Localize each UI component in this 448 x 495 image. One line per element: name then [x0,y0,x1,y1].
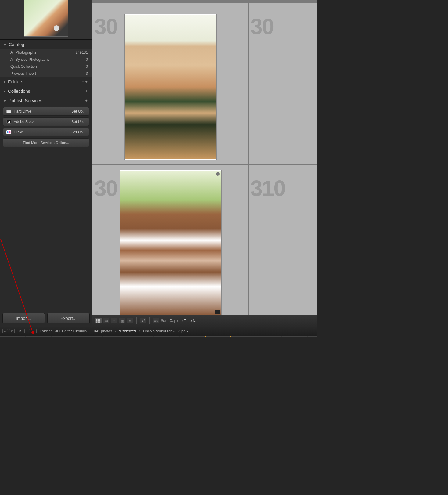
cell-index: 30 [94,14,117,39]
filmstrip-thumb[interactable]: 295 [77,336,102,337]
svg-rect-2 [99,319,100,320]
preview-thumbnail [24,0,68,37]
catalog-item-all-photos[interactable]: All Photographs249131 [0,49,92,56]
filmstrip-thumb[interactable]: 298 [154,336,179,337]
selected-count: 9 selected [119,329,136,333]
filmstrip-index: 297 [129,336,134,337]
folder-label: Folder : [40,329,52,333]
import-button[interactable]: Import... [2,313,45,323]
filmstrip-index: 292 [1,336,6,337]
collections-title: Collections [8,89,30,94]
svg-rect-3 [96,320,97,321]
grid-cell[interactable]: 30 [92,165,249,326]
painter-icon[interactable]: 🖌 [140,318,146,323]
filmstrip-index: 298 [155,336,159,337]
filmstrip-thumb[interactable]: 301 [231,336,256,337]
current-filename[interactable]: LincolnPennyFrank-32.jpg ▾ [143,329,188,333]
sort-label: Sort: [161,319,168,323]
badge-icon [215,310,220,314]
grid-cell[interactable]: 30 [92,3,249,164]
hard-drive-icon [6,110,11,113]
secondary-monitor-badge[interactable]: 2 [9,329,15,333]
filmstrip-thumb[interactable]: 299 [179,336,205,337]
folders-header[interactable]: Folders − +. [0,77,92,86]
photo-count: 341 photos [94,329,112,333]
collections-header[interactable]: Collections +. [0,86,92,96]
service-flickr[interactable]: Flickr Set Up... [3,128,89,136]
filmstrip-thumb[interactable]: 297 [128,336,154,337]
status-bar: ▭ 2 ⊞ ← → Folder : JPEGs for Tutorials 3… [0,326,317,336]
photo-thumbnail[interactable] [120,170,221,316]
svg-rect-7 [98,321,99,323]
publish-title: Publish Services [9,98,42,103]
service-hard-drive[interactable]: Hard Drive Set Up... [3,107,89,116]
svg-rect-1 [98,319,99,320]
find-services-button[interactable]: Find More Services Online... [3,138,89,147]
nav-back-icon[interactable]: ← [24,329,30,333]
grid-cell[interactable]: 30 [249,3,317,164]
filmstrip-index: 304 [309,336,313,337]
catalog-item-synced[interactable]: All Synced Photographs0 [0,56,92,63]
filmstrip-index: 294 [52,336,57,337]
export-button[interactable]: Export... [47,313,90,323]
filmstrip-index: 299 [181,336,185,337]
folders-title: Folders [8,79,23,84]
flickr-icon [6,130,11,134]
grid-toolbar: ▭ XY ▦ ☺ 🖌 a↕z Sort: Capture Time ⇅ [92,315,317,326]
catalog-list: All Photographs249131 All Synced Photogr… [0,49,92,77]
navigator-preview[interactable] [0,0,92,40]
filmstrip-index: 295 [78,336,83,337]
grid-cell[interactable]: 310 [249,165,317,326]
publish-header[interactable]: Publish Services +. [0,96,92,105]
grid-view[interactable]: 30 30 30 310 ▭ XY ▦ ☺ 🖌 [92,0,317,326]
svg-rect-6 [96,321,97,323]
filmstrip-thumb[interactable]: 300 [205,336,231,337]
cell-index: 30 [94,176,117,201]
folder-name[interactable]: JPEGs for Tutorials [55,329,87,333]
grid-view-icon[interactable] [95,318,102,323]
catalog-item-quick[interactable]: Quick Collection0 [0,63,92,70]
collections-actions[interactable]: +. [85,89,88,93]
grid-toggle-icon[interactable]: ⊞ [18,329,23,333]
svg-rect-4 [98,320,99,321]
svg-rect-8 [99,321,100,323]
service-adobe-stock[interactable]: StAdobe Stock Set Up... [3,117,89,126]
svg-rect-0 [96,319,97,320]
filmstrip-thumb[interactable]: 294 [51,336,77,337]
sync-icon [216,172,220,176]
catalog-title: Catalog [9,42,24,47]
left-panel: Catalog All Photographs249131 All Synced… [0,0,92,326]
cell-index: 30 [250,14,274,39]
sort-direction-icon[interactable]: a↕z [153,318,159,323]
people-view-icon[interactable]: ☺ [127,318,133,323]
svg-rect-5 [99,320,100,321]
filmstrip-index: 302 [257,336,262,337]
filmstrip-thumb[interactable]: 293 [26,336,51,337]
filmstrip-thumb[interactable]: 304 [307,336,317,337]
filmstrip-thumb[interactable]: 296 [102,336,128,337]
sort-dropdown[interactable]: Capture Time ⇅ [170,319,195,323]
filmstrip-thumb[interactable]: 302 [256,336,282,337]
catalog-header[interactable]: Catalog [0,40,92,49]
filmstrip-index: 303 [283,336,288,337]
catalog-item-previous[interactable]: Previous Import3 [0,70,92,77]
publish-services-list: Hard Drive Set Up... StAdobe Stock Set U… [0,105,92,149]
filmstrip-index: 296 [104,336,108,337]
filmstrip[interactable]: 292293294295296297298299300301302303304 [0,336,317,337]
secondary-window-icon[interactable]: ▭ [2,329,8,333]
cell-index: 310 [250,176,285,201]
filmstrip-thumb[interactable]: 292 [0,336,26,337]
loupe-view-icon[interactable]: ▭ [103,318,109,323]
photo-thumbnail[interactable] [125,14,216,160]
filmstrip-index: 293 [27,336,31,337]
filmstrip-index: 301 [232,336,236,337]
filmstrip-thumb[interactable]: 303 [282,336,307,337]
publish-actions[interactable]: +. [85,99,88,103]
folders-actions[interactable]: − +. [82,80,88,84]
compare-view-icon[interactable]: XY [111,318,117,323]
survey-view-icon[interactable]: ▦ [119,318,125,323]
adobe-stock-icon: St [6,120,11,124]
